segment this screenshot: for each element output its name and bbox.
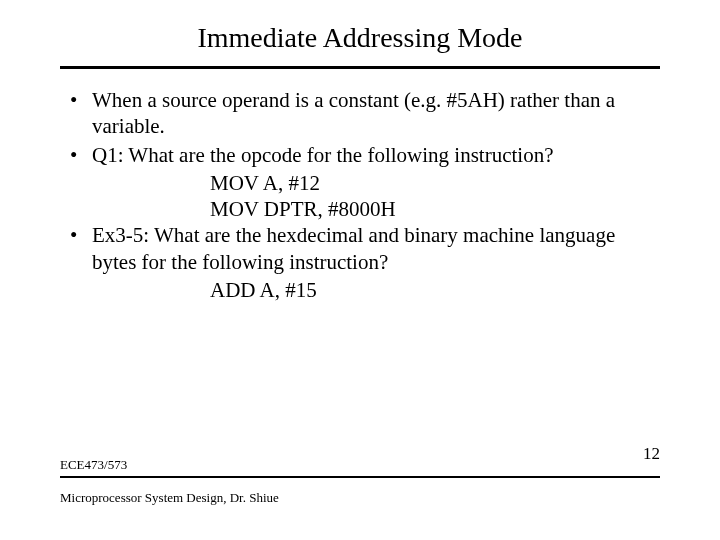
bullet-item: • Q1: What are the opcode for the follow…: [70, 142, 650, 168]
bullet-dot: •: [70, 87, 92, 140]
footer-subtitle: Microprocessor System Design, Dr. Shiue: [60, 490, 279, 506]
code-line: MOV DPTR, #8000H: [70, 196, 650, 222]
footer: ECE473/573 Microprocessor System Design,…: [60, 441, 660, 522]
bullet-dot: •: [70, 142, 92, 168]
bullet-text: Q1: What are the opcode for the followin…: [92, 142, 650, 168]
slide-title: Immediate Addressing Mode: [0, 0, 720, 62]
bullet-item: • When a source operand is a constant (e…: [70, 87, 650, 140]
bullet-text: Ex3-5: What are the hexdecimal and binar…: [92, 222, 650, 275]
bullet-dot: •: [70, 222, 92, 275]
content-area: • When a source operand is a constant (e…: [0, 69, 720, 303]
code-line: ADD A, #15: [70, 277, 650, 303]
footer-page: 12: [643, 441, 660, 464]
slide: Immediate Addressing Mode • When a sourc…: [0, 0, 720, 540]
bullet-item: • Ex3-5: What are the hexdecimal and bin…: [70, 222, 650, 275]
footer-course: ECE473/573: [60, 457, 279, 473]
bullet-text: When a source operand is a constant (e.g…: [92, 87, 650, 140]
code-line: MOV A, #12: [70, 170, 650, 196]
footer-left: ECE473/573 Microprocessor System Design,…: [60, 441, 279, 522]
